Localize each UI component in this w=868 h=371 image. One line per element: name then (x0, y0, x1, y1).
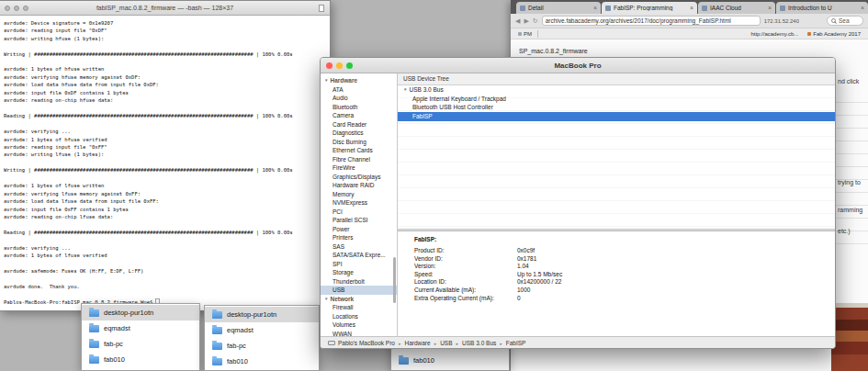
sidebar-item[interactable]: Graphics/Displays (321, 173, 397, 182)
finder-row[interactable]: fab-pc (82, 336, 199, 352)
breadcrumb-item[interactable]: Pablo's MacBook Pro (338, 340, 395, 346)
zoom-button[interactable] (346, 62, 353, 69)
sidebar-item[interactable]: Hardware RAID (321, 181, 397, 190)
browser-tab[interactable]: FabISP: Programming × (602, 2, 697, 14)
sidebar-item[interactable]: PCI (321, 208, 397, 217)
file-name: desktop-pur1otn (227, 310, 276, 319)
search-input[interactable]: Sea (827, 16, 863, 26)
sysinfo-titlebar[interactable]: MacBook Pro (321, 58, 835, 73)
bookmark-icon (518, 32, 522, 36)
sidebar-item[interactable]: Disc Burning (321, 138, 397, 147)
sidebar-item[interactable]: SATA/SATA Expre... (321, 251, 397, 260)
finder-row[interactable]: fab010 (391, 353, 509, 368)
finder-row[interactable]: fab010 (205, 354, 319, 369)
folder-icon (212, 343, 222, 350)
tree-root-usb-bus[interactable]: ▼USB 3.0 Bus (398, 85, 835, 95)
close-tab-icon[interactable]: × (768, 5, 772, 11)
sidebar-item[interactable]: Audio (321, 94, 397, 103)
finder-row[interactable]: fab010 (82, 352, 199, 367)
disclosure-triangle-icon[interactable]: ▼ (324, 78, 328, 83)
sidebar-item[interactable]: Bluetooth (321, 103, 397, 112)
sidebar-item[interactable]: Card Reader (321, 120, 397, 129)
bookmark-label: http://academy.cb... (750, 31, 798, 37)
sidebar-item[interactable]: Locations (321, 312, 397, 321)
desktop: { "icons": { "close": "×", "back": "◀", … (0, 0, 868, 371)
section-label: Hardware (330, 77, 357, 84)
bookmark-item-fab-academy[interactable]: Fab Academy 2017 (807, 31, 861, 37)
finder-row[interactable]: inthat (82, 367, 199, 371)
sysinfo-main-pane: USB Device Tree ▼USB 3.0 Bus Apple Inter… (398, 73, 835, 336)
back-icon[interactable]: ◀ (515, 17, 520, 24)
terminal-line (4, 174, 330, 182)
sidebar-item[interactable]: Firewall (321, 303, 397, 312)
device-details-pane: FabISP: Product ID: 0x0c9f Vendor ID: 0x… (398, 231, 835, 336)
terminal-line: avrdude: 1 bytes of hfuse verified (4, 136, 330, 143)
tab-label: IAAC Cloud (710, 5, 765, 11)
sidebar-item[interactable]: SPI (321, 260, 397, 269)
sidebar-item[interactable]: Fibre Channel (321, 155, 397, 164)
section-label: Network (330, 296, 354, 302)
sidebar-item[interactable]: Ethernet Cards (321, 146, 397, 155)
terminal-line: avrdude: load data lfuse data from input… (4, 197, 330, 205)
folder-icon (89, 309, 99, 317)
finder-row[interactable]: desktop-pur1otn (82, 305, 199, 320)
finder-row[interactable]: fab-pc (205, 338, 319, 354)
terminal-line (4, 291, 330, 298)
browser-tab[interactable]: Detail × (516, 2, 601, 14)
terminal-line: avrdude: input file 0xFF contains 1 byte… (4, 206, 330, 213)
sidebar-section-network[interactable]: ▼Network (321, 295, 397, 304)
finder-row[interactable]: desktop-pur1otn (205, 307, 319, 322)
tree-row[interactable]: FabISP (398, 112, 835, 121)
terminal-titlebar[interactable]: fabISP_mac.0.8.2_firmware — -bash — 128×… (0, 1, 330, 16)
close-tab-icon[interactable]: × (861, 5, 864, 11)
minimize-button[interactable] (336, 62, 343, 69)
sidebar-item[interactable]: Camera (321, 111, 397, 120)
sysinfo-body: ▼Hardware ATAAudioBluetoothCameraCard Re… (321, 73, 835, 336)
sidebar-item[interactable]: USB (321, 286, 397, 295)
finder-row[interactable]: eqmadst (205, 322, 319, 338)
terminal-title: fabISP_mac.0.8.2_firmware — -bash — 128×… (0, 5, 330, 11)
bookmark-item-pm[interactable]: PM (518, 31, 532, 37)
terminal-line: avrdude: 1 bytes of lfuse verified (4, 253, 330, 260)
sidebar-item[interactable]: Printers (321, 233, 397, 242)
sidebar-item[interactable]: Diagnostics (321, 129, 397, 138)
terminal-line (4, 42, 330, 50)
tree-row[interactable]: Bluetooth USB Host Controller (398, 103, 835, 112)
sidebar-item[interactable]: NVMExpress (321, 198, 397, 208)
sidebar-item[interactable]: FireWire (321, 163, 397, 173)
system-information-window: MacBook Pro ▼Hardware ATAAudioBluetoothC… (320, 57, 836, 349)
sidebar-item[interactable]: ATA (321, 85, 397, 95)
disclosure-triangle-icon[interactable]: ▼ (324, 297, 328, 301)
breadcrumb-item[interactable]: USB 3.0 Bus (453, 340, 497, 346)
url-bar[interactable]: archive.fabacademy.org/archives/2017/doc… (542, 16, 761, 26)
sidebar-item[interactable]: WWAN (321, 330, 397, 337)
sidebar-item[interactable]: Volumes (321, 320, 397, 330)
terminal-content[interactable]: avrdude: Device signature = 0x1e9207avrd… (0, 16, 330, 310)
sidebar-item[interactable]: Thunderbolt (321, 277, 397, 287)
usb-device-tree-header: USB Device Tree (398, 73, 835, 85)
bookmark-item-academy-url[interactable]: http://academy.cb... (750, 31, 798, 37)
reload-icon[interactable]: ↻ (533, 17, 538, 24)
file-name: eqmadst (227, 326, 254, 334)
browser-tab[interactable]: Introduction to U × (776, 2, 868, 14)
sidebar-item[interactable]: Power (321, 225, 397, 234)
close-tab-icon[interactable]: × (690, 5, 693, 11)
close-button[interactable] (326, 62, 333, 69)
sidebar-item[interactable]: Memory (321, 190, 397, 199)
tab-label: Introduction to U (788, 5, 858, 11)
breadcrumb-item[interactable]: FabISP (496, 340, 525, 346)
sidebar-section-hardware[interactable]: ▼Hardware (321, 76, 397, 85)
sidebar-item[interactable]: Storage (321, 268, 397, 277)
toolbar-link[interactable]: 172.31.52.240 (764, 18, 799, 24)
breadcrumb-item[interactable]: Hardware (395, 340, 431, 346)
sidebar-item[interactable]: SAS (321, 242, 397, 252)
breadcrumb-item[interactable]: USB (431, 340, 453, 346)
close-tab-icon[interactable]: × (593, 5, 597, 11)
sidebar-item[interactable]: Parallel SCSI (321, 216, 397, 225)
browser-tab[interactable]: IAAC Cloud × (698, 2, 775, 14)
disclosure-triangle-icon[interactable]: ▼ (403, 87, 407, 92)
tree-row[interactable]: Apple Internal Keyboard / Trackpad (398, 95, 835, 104)
sidebar-scrollbar[interactable] (393, 257, 396, 303)
finder-row[interactable]: eqmadst (82, 320, 199, 336)
forward-icon[interactable]: ▶ (524, 17, 528, 24)
